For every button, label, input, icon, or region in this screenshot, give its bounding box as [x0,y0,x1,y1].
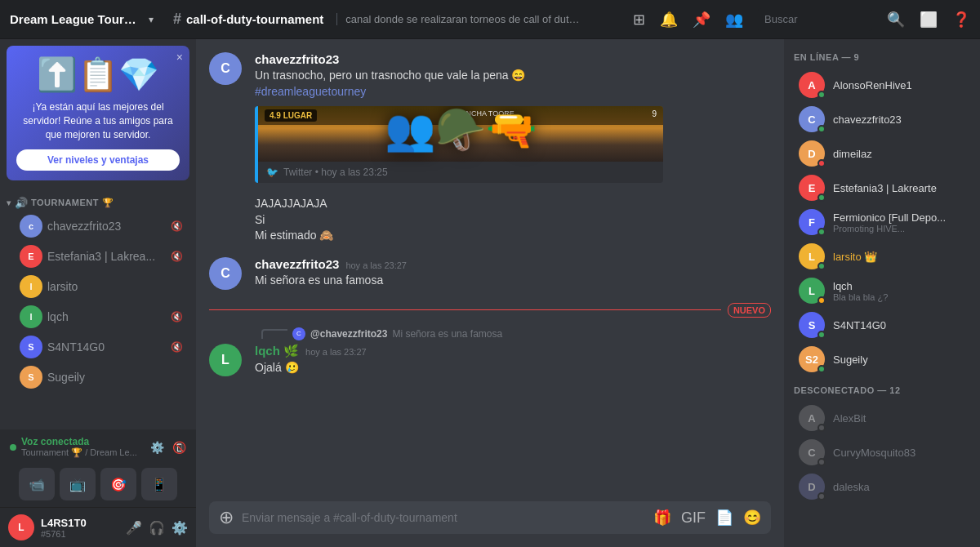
server-name[interactable]: Dream League Tourname... [10,12,140,26]
message-group: JAJAJJAJAJA Si Mi estimado 🙈 [209,196,771,244]
settings-icon[interactable]: ⚙️ [172,520,188,536]
screen-share-button[interactable]: 📹 [19,468,55,500]
channel-name: call-of-duty-tournament [186,12,323,26]
message-content: chavezzfrito23 Un trasnocho, pero un tra… [255,52,771,183]
mute-icon[interactable]: 🎤 [126,520,142,536]
close-icon[interactable]: × [176,51,183,64]
boost-text: ¡Ya están aquí las mejores del servidor!… [16,100,180,141]
message-username: chavezzfrito23 [255,257,339,271]
members-icon[interactable]: ⊞ [633,11,645,29]
member-name: S4NT14G0 [47,340,166,354]
gift-icon[interactable]: 🎁 [653,509,671,527]
activity-button[interactable]: 🎯 [100,468,136,500]
avatar: C [209,52,242,85]
status-dot [817,458,826,466]
category-tournament[interactable]: ▾ 🔊 Tournament 🏆 [0,190,196,211]
category-label: Tournament 🏆 [31,198,114,208]
channel-member-item[interactable]: c chavezzfrito23 🔇 [7,211,189,241]
new-label: NUEVO [728,303,771,318]
message-time: hoy a las 23:27 [345,260,407,270]
member-avatar: C [799,439,825,465]
member-name-area: dimeilaz [833,148,965,160]
top-icons: ⊞ 🔔 📌 👥 🔍 ⬜ ❓ [633,8,970,31]
message-text: JAJAJJAJAJA [255,196,771,212]
channel-members-list: c chavezzfrito23 🔇 E Estefania3 | Lakrea… [0,211,196,392]
help-icon[interactable]: ❓ [952,11,970,29]
offline-members-list: A AlexBit C CurvyMosquito83 D daleska [794,402,970,503]
message-group: C chavezzfrito23 Un trasnocho, pero un t… [209,52,771,183]
message-avatar-spacer [209,196,242,244]
username-display: L4RS1T0 [41,517,119,529]
member-item[interactable]: L lqch Bla bla bla ¿? [794,274,970,307]
voice-status-indicator [10,444,16,451]
message-input[interactable] [242,501,645,534]
member-name: Estefania3 | Lakrearte [833,182,965,194]
member-avatar: S [799,312,825,338]
member-item[interactable]: E Estefania3 | Lakrearte [794,171,970,204]
gif-icon[interactable]: GIF [681,509,706,527]
status-dot [817,159,826,167]
message-text: Un trasnocho, pero un trasnocho que vale… [255,68,771,84]
message-text: Mi estimado 🙈 [255,228,771,244]
offline-member-item[interactable]: C CurvyMosquito83 [794,436,970,469]
avatar: L [209,344,242,376]
search-input[interactable] [758,8,872,31]
member-item[interactable]: D dimeilaz [794,137,970,170]
member-item[interactable]: S S4NT14G0 [794,309,970,341]
member-avatar: L [799,278,825,304]
member-name: Sugeily [833,354,965,366]
main-layout: × ⬆️📋💎 ¡Ya están aquí las mejores del se… [0,39,980,547]
member-name: AlexBit [833,412,965,425]
member-item[interactable]: L larsito 👑 [794,240,970,273]
deafen-icon[interactable]: 🎧 [149,520,165,536]
member-item[interactable]: S2 Sugeily [794,343,970,376]
member-name: Sugeily [47,371,183,384]
pin-icon[interactable]: 📌 [693,11,710,29]
status-dot [817,262,826,270]
member-avatar: E [20,245,42,268]
member-item[interactable]: C chavezzfrito23 [794,103,970,136]
hash-icon: # [173,11,181,28]
channel-member-item[interactable]: S S4NT14G0 🔇 [7,332,189,362]
message-input-container: ⊕ 🎁 GIF 📄 😊 [196,501,784,547]
bell-icon[interactable]: 🔔 [660,11,678,29]
video-button[interactable]: 📺 [60,468,96,500]
tweet-embed: 4.9 LUGAR CONCHA TOORE 9 👥🪖🔫 🐦 Twitter •… [255,106,663,183]
channel-member-item[interactable]: l larsito [7,272,189,301]
sticker-icon[interactable]: 📄 [715,509,733,527]
emoji-icon[interactable]: 😊 [743,509,761,527]
member-name: S4NT14G0 [833,319,965,331]
voice-settings-icon[interactable]: ⚙️ [150,441,164,454]
message-time: hoy a las 23:27 [305,347,367,357]
voice-disconnect-icon[interactable]: 📵 [172,441,186,454]
channel-member-item[interactable]: S Sugeily [7,362,189,392]
message-content: chavezzfrito23 hoy a las 23:27 Mi señora… [255,257,771,290]
voice-controls: 📹 📺 🎯 📱 [0,465,196,507]
members-list-icon[interactable]: 👥 [725,11,743,29]
status-dot [817,125,826,133]
status-dot [817,492,826,500]
right-sidebar: EN LÍNEA — 9 A AlonsoRenHive1 C chavezzf… [784,39,980,547]
member-name-area: Fermionico [Full Depo... Promoting HIVE.… [833,211,965,233]
user-tag: #5761 [41,529,119,539]
voice-connected-bar: Voz conectada Tournament 🏆 / Dream Le...… [0,429,196,465]
chevron-down-icon[interactable]: ▾ [149,14,154,25]
member-item[interactable]: F Fermionico [Full Depo... Promoting HIV… [794,206,970,238]
game-result: 9 [652,109,657,122]
boost-button[interactable]: Ver niveles y ventajas [16,149,180,171]
member-item[interactable]: A AlonsoRenHive1 [794,69,970,101]
member-name-area: AlexBit [833,412,965,425]
muted-icon: 🔇 [171,341,183,353]
offline-member-item[interactable]: D daleska [794,470,970,503]
add-content-icon[interactable]: ⊕ [219,507,234,528]
member-avatar: E [799,175,825,201]
member-name: CurvyMosquito83 [833,447,965,459]
channel-member-item[interactable]: E Estefania3 | Lakrea... 🔇 [7,242,189,271]
offline-member-item[interactable]: A AlexBit [794,402,970,434]
channel-member-item[interactable]: l lqch 🔇 [7,302,189,331]
search-icon[interactable]: 🔍 [887,11,905,29]
leave-call-button[interactable]: 📱 [141,468,177,500]
new-message-divider: NUEVO [209,303,771,318]
boost-icon-container: ⬆️📋💎 [16,56,180,94]
inbox-icon[interactable]: ⬜ [920,11,938,29]
